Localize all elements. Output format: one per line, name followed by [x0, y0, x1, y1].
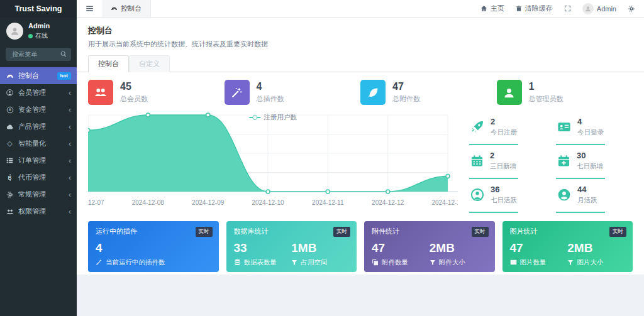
quick-stat-7day-new: 30七日新增	[556, 145, 633, 179]
middle-section: 注册用户数 12-072024-12-082024-12-092024-12-1…	[77, 110, 644, 213]
panel-attachment-stats: 附件统计 实时 47 附件数量 2MB 附件大小	[364, 221, 495, 272]
quick-stat-value: 30	[577, 151, 603, 160]
bitcoin-icon: B	[6, 174, 14, 181]
clear-cache-button[interactable]: 清除缓存	[516, 4, 553, 13]
chevron-left-icon: ‹	[69, 123, 71, 131]
quick-stat-today-logins: 4今日登录	[556, 111, 633, 145]
stat-value: 47	[392, 81, 420, 92]
user-menu[interactable]: Admin	[582, 3, 616, 14]
page-subtitle: 用于展示当前系统中的统计数据、统计报表及重要实时数据	[88, 40, 633, 49]
realtime-badge: 实时	[609, 227, 626, 237]
tab-console[interactable]: 控制台	[88, 55, 129, 72]
sidebar-item-orders[interactable]: 订单管理‹	[0, 152, 77, 169]
users-group-icon	[88, 80, 113, 105]
user-icon	[6, 89, 14, 96]
quick-stat-7day-active: 36七日活跃	[469, 179, 546, 213]
area-chart-canvas	[88, 111, 458, 199]
x-axis-tick-label: 2024-12-13	[431, 199, 458, 206]
sidebar-item-general[interactable]: 常规管理‹	[0, 186, 77, 203]
sidebar-item-quant[interactable]: ◇ 智能量化‹	[0, 135, 77, 152]
settings-button[interactable]	[628, 5, 635, 13]
avatar	[6, 23, 23, 40]
panel-metric-label: 数据表数量	[234, 258, 292, 267]
panel-title: 图片统计	[510, 227, 626, 236]
sidebar: Trust Saving Admin 在线 控制台 hot 会员管理‹ ¥ 资金…	[0, 0, 77, 316]
dashboard-icon	[6, 72, 14, 80]
home-icon	[480, 5, 487, 12]
content-tabs: 控制台 自定义	[77, 55, 644, 72]
calendar-icon	[470, 155, 484, 168]
sidebar-username: Admin	[28, 22, 50, 30]
legend-marker-icon	[249, 115, 260, 120]
online-status: 在线	[28, 31, 50, 40]
sidebar-item-products[interactable]: 产品管理‹	[0, 118, 77, 135]
sidebar-item-members[interactable]: 会员管理‹	[0, 84, 77, 101]
database-icon	[234, 259, 241, 266]
sidebar-toggle-button[interactable]	[77, 0, 102, 17]
chevron-left-icon: ‹	[69, 140, 71, 148]
stats-row: 45总会员数 4总插件数 47总附件数 1总管理员数	[77, 72, 644, 110]
magic-wand-icon	[96, 259, 103, 266]
panel-value: 1MB	[291, 242, 349, 255]
user-circle-icon	[470, 188, 484, 202]
expand-icon	[564, 5, 571, 12]
chevron-left-icon: ‹	[69, 191, 71, 199]
page-title: 控制台	[88, 25, 633, 36]
cogs-icon	[628, 5, 635, 13]
topbar: 控制台 主页 清除缓存 Admin	[77, 0, 644, 18]
panel-metric-label: 占用空间	[291, 258, 349, 267]
summary-panels: 运行中的插件 实时 4 当前运行中的插件数 数据库统计 实时 33	[77, 213, 644, 272]
x-axis-tick-label: 2024-12-10	[252, 199, 284, 206]
sidebar-item-dashboard[interactable]: 控制台 hot	[0, 67, 77, 84]
magic-wand-icon	[225, 80, 250, 105]
quick-stat-label: 七日新增	[577, 162, 603, 171]
panel-title: 附件统计	[372, 227, 487, 236]
chevron-left-icon: ‹	[69, 157, 71, 165]
quick-stat-label: 三日新增	[490, 162, 516, 171]
quick-stat-label: 今日登录	[577, 128, 604, 137]
tab-dashboard[interactable]: 控制台	[102, 0, 151, 17]
panel-running-plugins: 运行中的插件 实时 4 当前运行中的插件数	[88, 221, 219, 272]
user-circle-solid-icon	[557, 188, 571, 202]
search-icon[interactable]	[60, 50, 67, 58]
x-axis-tick-label: 2024-12-09	[192, 199, 224, 206]
home-link[interactable]: 主页	[480, 4, 504, 13]
sidebar-item-tokens[interactable]: B 代币管理‹	[0, 169, 77, 186]
sidebar-item-permissions[interactable]: 权限管理‹	[0, 203, 77, 220]
panel-database-stats: 数据库统计 实时 33 数据表数量 1MB 占用空间	[226, 221, 357, 272]
chart-legend[interactable]: 注册用户数	[249, 113, 297, 122]
fullscreen-button[interactable]	[564, 5, 571, 12]
realtime-badge: 实时	[472, 227, 489, 237]
id-card-icon	[557, 120, 571, 134]
yen-circle-icon: ¥	[6, 106, 14, 114]
stat-label: 总插件数	[257, 94, 284, 104]
avatar	[582, 3, 594, 14]
quick-stat-label: 七日活跃	[491, 196, 517, 205]
panel-value: 4	[96, 242, 211, 255]
sidebar-item-funds[interactable]: ¥ 资金管理‹	[0, 101, 77, 118]
panel-image-stats: 图片统计 实时 47 图片数量 2MB 图片大小	[502, 221, 633, 272]
quick-stats-panel: 2今日注册 4今日登录 2三日新增 30七日新增 36七日活跃 44月活跃	[469, 111, 633, 213]
quick-stat-value: 44	[577, 185, 597, 194]
copy-icon	[372, 259, 379, 266]
dashboard-icon	[111, 5, 118, 12]
panel-metric-label: 图片数量	[510, 258, 568, 267]
stat-label: 总管理员数	[529, 94, 564, 104]
panel-value: 2MB	[567, 242, 625, 255]
user-icon	[10, 26, 19, 36]
chart-x-axis: 12-072024-12-082024-12-092024-12-102024-…	[88, 199, 458, 209]
panel-title: 数据库统计	[234, 227, 350, 236]
rocket-icon	[470, 120, 484, 134]
trash-icon	[516, 5, 522, 12]
tab-custom[interactable]: 自定义	[129, 55, 170, 72]
diamond-icon: ◇	[6, 140, 14, 147]
quick-stat-value: 2	[490, 151, 516, 160]
leaf-icon	[360, 80, 386, 105]
panel-value: 33	[234, 242, 292, 255]
hot-badge: hot	[57, 72, 71, 80]
stat-label: 总会员数	[120, 94, 148, 104]
svg-text:¥: ¥	[9, 107, 11, 112]
hamburger-icon	[86, 4, 94, 13]
panel-value: 47	[372, 242, 430, 255]
list-icon	[6, 157, 14, 164]
